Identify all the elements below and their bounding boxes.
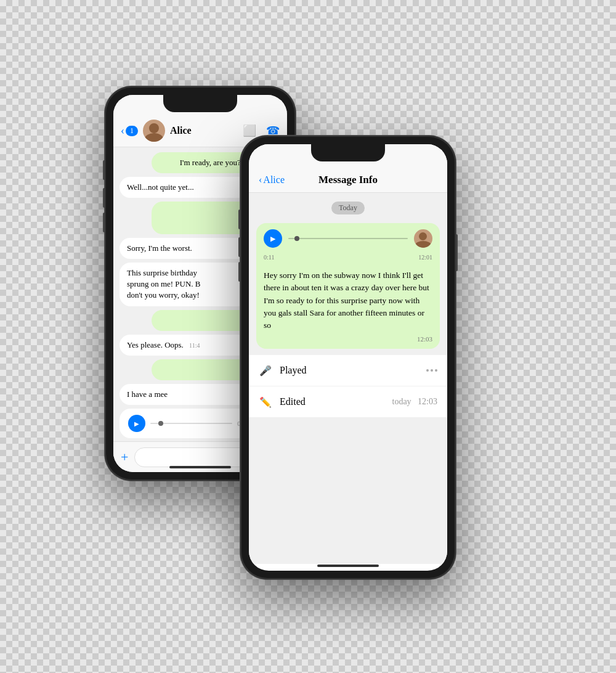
info-message-text: Hey sorry I'm on the subway now I think … — [256, 264, 440, 334]
pencil-icon: ✏️ — [259, 395, 272, 409]
notch-front — [311, 144, 385, 161]
info-screen-title: Message Info — [296, 174, 400, 186]
back-contact-name: Alice — [263, 174, 285, 186]
audio-bubble-1[interactable]: ▶ 0:11 — [120, 409, 257, 438]
chat-avatar — [143, 120, 165, 142]
chevron-left-icon: ‹ — [259, 174, 262, 186]
info-audio-times: 0:11 12:01 — [256, 254, 440, 264]
info-audio-dot — [294, 236, 299, 241]
info-list-item-edited: ✏️ Edited today 12:03 — [249, 386, 447, 417]
chat-contact-name: Alice — [170, 125, 238, 136]
edited-timestamp: today 12:03 — [392, 397, 438, 407]
chat-back-button[interactable]: ‹ 1 — [121, 124, 138, 137]
front-phone: ‹ Alice Message Info Today ▶ — [240, 136, 456, 579]
three-dots-icon — [426, 369, 437, 372]
message-bubble-in-4: Yes please. Oops. 11:4 — [120, 335, 249, 356]
add-attachment-button[interactable]: + — [121, 449, 128, 465]
info-audio-waveform — [288, 238, 408, 239]
microphone-icon: 🎤 — [259, 364, 272, 377]
info-status-list: 🎤 Played ✏️ Edited today — [249, 355, 447, 417]
back-badge: 1 — [126, 126, 138, 136]
message-bubble-in-5: I have a mee — [120, 384, 249, 405]
info-list-item-played: 🎤 Played — [249, 355, 447, 386]
notch-back — [163, 95, 237, 112]
played-label: Played — [280, 365, 419, 376]
video-call-icon[interactable]: ⬜ — [243, 124, 256, 137]
message-text: I have a mee — [127, 390, 168, 399]
message-bubble-in-3: This surprise birthdaysprung on me! PUN.… — [120, 263, 249, 306]
info-audio-row[interactable]: ▶ — [256, 223, 440, 254]
info-sender-avatar — [414, 229, 432, 248]
info-play-button[interactable]: ▶ — [264, 229, 282, 248]
message-text: Well...not quite yet... — [127, 182, 194, 192]
front-phone-screen: ‹ Alice Message Info Today ▶ — [249, 144, 447, 571]
home-indicator-front — [317, 565, 379, 567]
message-bubble-in-1: Well...not quite yet... — [120, 177, 249, 198]
edited-label: Edited — [280, 396, 385, 407]
edited-time: today 12:03 — [392, 397, 438, 407]
info-back-button[interactable]: ‹ Alice — [259, 174, 296, 186]
audio-dot-1 — [158, 421, 163, 426]
message-text: This surprise birthdaysprung on me! PUN.… — [127, 268, 201, 300]
message-text: Yes please. Oops. — [127, 340, 184, 349]
home-indicator — [169, 466, 231, 468]
message-text: I'm ready, are you? — [180, 158, 241, 167]
date-pill-label: Today — [331, 202, 365, 214]
play-button-1[interactable]: ▶ — [128, 415, 145, 432]
audio-waveform-1 — [150, 423, 232, 424]
date-separator: Today — [249, 202, 447, 214]
chevron-left-icon: ‹ — [121, 124, 124, 137]
info-message-timestamp: 12:03 — [256, 334, 440, 349]
audio-sent-time: 12:01 — [418, 254, 432, 261]
message-bubble-in-2: Sorry, I'm the worst. — [120, 238, 249, 259]
audio-elapsed: 0:11 — [264, 254, 274, 261]
info-message-card: ▶ 0:11 12:01 Hey sorry I'm on the subway… — [256, 223, 440, 349]
message-text: Sorry, I'm the worst. — [127, 243, 192, 253]
played-status — [426, 369, 437, 372]
message-time: 11:4 — [189, 342, 200, 349]
info-body: Today ▶ 0:11 12:01 Hey sorry I'm on the — [249, 193, 447, 564]
